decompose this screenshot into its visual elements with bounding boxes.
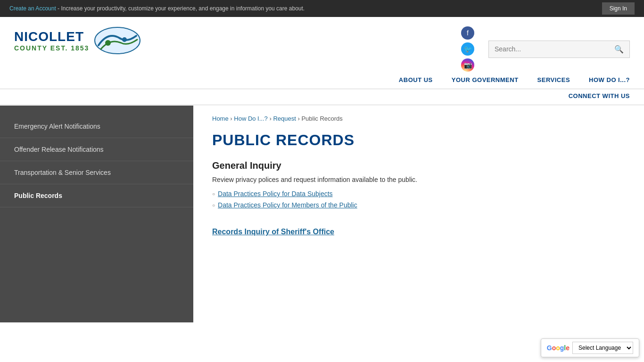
breadcrumb-home[interactable]: Home [212,115,229,122]
svg-point-1 [105,40,111,46]
records-inquiry-link[interactable]: Records Inquiry of Sheriff's Office [212,228,334,236]
nav-top: ABOUT US YOUR GOVERNMENT SERVICES HOW DO… [399,76,630,88]
logo-icon [94,26,141,55]
data-practices-public-link[interactable]: Data Practices Policy for Members of the… [218,201,357,209]
social-search: f 🐦 📷 🔍 [461,26,630,72]
sign-in-button[interactable]: Sign In [602,2,635,15]
breadcrumb-request[interactable]: Request [273,115,296,122]
sidebar-item-emergency-alert[interactable]: Emergency Alert Notifications [0,115,193,138]
nav-your-government[interactable]: YOUR GOVERNMENT [452,76,519,83]
social-icons: f 🐦 📷 [461,26,474,72]
twitter-icon[interactable]: 🐦 [461,42,474,56]
facebook-icon[interactable]: f [461,26,474,40]
list-item: Data Practices Policy for Data Subjects [212,190,625,197]
header-right: f 🐦 📷 🔍 [461,26,630,72]
section-general-inquiry-text: Review privacy polices and request infor… [212,176,625,183]
nav-about-us[interactable]: ABOUT US [399,76,433,83]
breadcrumb-current: Public Records [301,115,342,122]
sidebar-item-transportation[interactable]: Transportation & Senior Services [0,161,193,184]
section-general-inquiry-heading: General Inquiry [212,160,625,171]
logo-line1: NICOLLET [14,29,89,44]
nav-services[interactable]: SERVICES [537,76,570,83]
link-list: Data Practices Policy for Data Subjects … [212,190,625,209]
sidebar: Emergency Alert Notifications Offender R… [0,106,193,322]
data-practices-subjects-link[interactable]: Data Practices Policy for Data Subjects [218,190,333,197]
search-button[interactable]: 🔍 [609,41,629,58]
sidebar-item-offender-release[interactable]: Offender Release Notifications [0,138,193,161]
nav-how-do-i[interactable]: HOW DO I...? [589,76,630,83]
sidebar-item-public-records[interactable]: Public Records [0,184,193,207]
main-content: Emergency Alert Notifications Offender R… [0,106,644,322]
promo-text: - Increase your productivity, customize … [58,5,305,12]
nav-area: ABOUT US YOUR GOVERNMENT SERVICES HOW DO… [0,72,644,90]
content-area: Home › How Do I...? › Request › Public R… [193,106,644,322]
breadcrumb: Home › How Do I...? › Request › Public R… [212,115,625,122]
logo-area: NICOLLET COUNTY EST. 1853 [14,26,141,55]
logo-line2: COUNTY EST. 1853 [14,44,89,52]
logo-text: NICOLLET COUNTY EST. 1853 [14,29,89,52]
svg-point-2 [122,37,127,42]
create-account-link[interactable]: Create an Account [9,5,56,12]
nav-row2: CONNECT WITH US [0,90,644,106]
instagram-icon[interactable]: 📷 [461,58,474,72]
top-bar-message: Create an Account - Increase your produc… [9,5,305,12]
page-title: PUBLIC RECORDS [212,132,625,149]
breadcrumb-how-do-i[interactable]: How Do I...? [234,115,268,122]
search-input[interactable] [489,41,609,57]
list-item: Data Practices Policy for Members of the… [212,201,625,209]
top-bar: Create an Account - Increase your produc… [0,0,644,17]
header: NICOLLET COUNTY EST. 1853 f 🐦 📷 🔍 [0,17,644,72]
nav-connect-with-us[interactable]: CONNECT WITH US [569,92,630,99]
search-bar: 🔍 [488,41,630,58]
